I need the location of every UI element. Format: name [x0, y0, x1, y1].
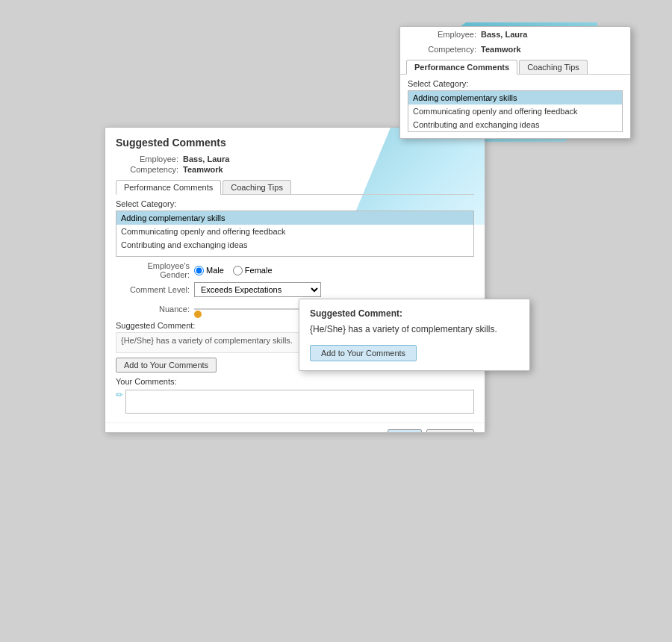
dialog-main: Suggested Comments Employee: Bass, Laura… — [105, 127, 485, 433]
dialog-front-top: Employee: Bass, Laura Competency: Teamwo… — [399, 26, 631, 139]
your-comments-section: Your Comments: — [116, 377, 474, 388]
competency-row: Competency: Teamwork — [400, 42, 630, 57]
add-to-comments-button[interactable]: Add to Your Comments — [116, 358, 217, 373]
category-item-2-top[interactable]: Communicating openly and offering feedba… — [408, 105, 622, 118]
category-item-1-top[interactable]: Adding complementary skills — [408, 91, 622, 105]
nuance-label: Nuance: — [116, 305, 194, 314]
gender-female[interactable]: Female — [233, 266, 273, 275]
employee-row: Employee: Bass, Laura — [400, 27, 630, 42]
select-category-label-top: Select Category: — [400, 75, 630, 90]
tab-coaching-tips-main[interactable]: Coaching Tips — [223, 180, 291, 194]
gender-radio-group: Male Female — [194, 266, 273, 275]
gender-male[interactable]: Male — [194, 266, 224, 275]
dialog-footer: OK Cancel — [105, 423, 485, 433]
ok-button[interactable]: OK — [388, 429, 422, 433]
popup-title: Suggested Comment: — [310, 308, 519, 319]
main-competency-row: Competency: Teamwork — [116, 165, 474, 174]
gender-row: Employee's Gender: Male Female — [116, 261, 474, 279]
your-comments-label: Your Comments: — [116, 377, 177, 386]
employee-label: Employee: — [409, 30, 476, 39]
category-item-2-main[interactable]: Communicating openly and offering feedba… — [116, 225, 473, 238]
your-comments-textarea[interactable] — [125, 390, 474, 414]
edit-icon: ✏ — [116, 390, 123, 400]
category-item-3-main[interactable]: Contributing and exchanging ideas — [116, 238, 473, 252]
gender-male-radio[interactable] — [194, 266, 204, 275]
category-item-3-top[interactable]: Contributing and exchanging ideas — [408, 118, 622, 131]
main-employee-row: Employee: Bass, Laura — [116, 155, 474, 163]
competency-label: Competency: — [409, 45, 476, 54]
your-comments-input-row: ✏ — [116, 390, 474, 414]
gender-female-radio[interactable] — [233, 266, 243, 275]
dialog-main-content: Suggested Comments Employee: Bass, Laura… — [105, 128, 485, 423]
cancel-button[interactable]: Cancel — [426, 429, 474, 433]
employee-value: Bass, Laura — [481, 30, 527, 39]
popup-text: {He/She} has a variety of complementary … — [310, 323, 519, 336]
gender-female-label: Female — [245, 266, 273, 275]
main-employee-value: Bass, Laura — [183, 155, 229, 163]
nuance-end-left-icon — [194, 311, 202, 318]
tab-performance-comments-main[interactable]: Performance Comments — [116, 180, 221, 195]
main-dialog-tabs: Performance Comments Coaching Tips — [116, 180, 474, 195]
gender-male-label: Male — [206, 266, 224, 275]
popup-add-button[interactable]: Add to Your Comments — [310, 345, 417, 361]
category-list-top: Adding complementary skills Communicatin… — [408, 90, 623, 132]
dialog-popup-bottom: Suggested Comment: {He/She} has a variet… — [299, 299, 530, 371]
category-item-1-main[interactable]: Adding complementary skills — [116, 211, 473, 225]
competency-value: Teamwork — [481, 45, 521, 54]
main-competency-label: Competency: — [116, 165, 183, 174]
select-category-label-main: Select Category: — [116, 199, 474, 208]
top-dialog-tabs: Performance Comments Coaching Tips — [400, 57, 630, 75]
comment-level-row: Comment Level: Exceeds Expectations Meet… — [116, 282, 474, 297]
main-employee-label: Employee: — [116, 155, 183, 163]
tab-performance-comments-top[interactable]: Performance Comments — [406, 60, 517, 75]
tab-coaching-tips-top[interactable]: Coaching Tips — [519, 60, 588, 74]
comment-level-select[interactable]: Exceeds Expectations Meets Expectations … — [194, 282, 321, 297]
gender-label: Employee's Gender: — [116, 261, 194, 279]
comment-level-label: Comment Level: — [116, 285, 194, 294]
category-list-main[interactable]: Adding complementary skills Communicatin… — [116, 211, 474, 257]
main-competency-value: Teamwork — [183, 165, 223, 174]
